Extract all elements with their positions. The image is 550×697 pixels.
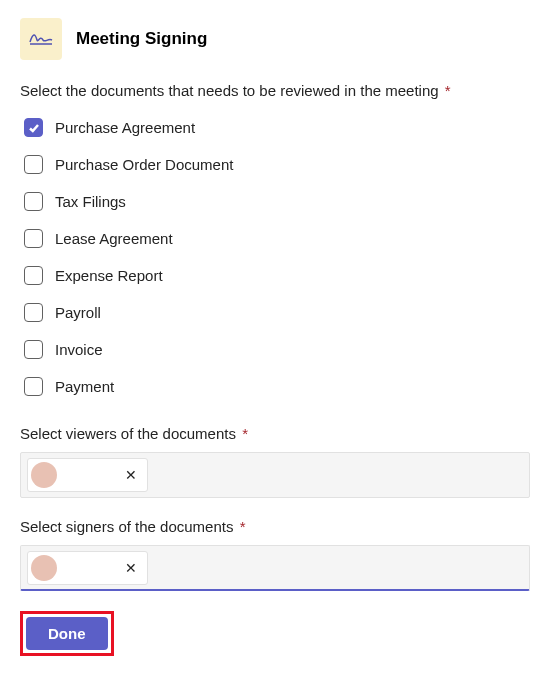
checkbox-label: Tax Filings [55,193,126,210]
checkbox-item[interactable]: Invoice [20,331,530,368]
checkbox-label: Payment [55,378,114,395]
checkbox-item[interactable]: Purchase Agreement [20,109,530,146]
signers-people-picker[interactable]: ✕ [20,545,530,591]
checkbox-item[interactable]: Payment [20,368,530,405]
checkbox-item[interactable]: Tax Filings [20,183,530,220]
checkbox-input[interactable] [24,377,43,396]
signers-label-text: Select signers of the documents [20,518,233,535]
checkbox-label: Payroll [55,304,101,321]
avatar [31,462,57,488]
checkbox-label: Purchase Agreement [55,119,195,136]
signers-field-label: Select signers of the documents * [20,518,530,535]
checkbox-item[interactable]: Payroll [20,294,530,331]
required-indicator: * [240,518,246,535]
checkbox-input[interactable] [24,118,43,137]
viewers-label-text: Select viewers of the documents [20,425,236,442]
checkbox-input[interactable] [24,266,43,285]
chip-remove-button[interactable]: ✕ [123,559,139,577]
checkbox-label: Expense Report [55,267,163,284]
checkbox-input[interactable] [24,340,43,359]
checkbox-item[interactable]: Lease Agreement [20,220,530,257]
checkbox-input[interactable] [24,303,43,322]
avatar [31,555,57,581]
checkbox-item[interactable]: Purchase Order Document [20,146,530,183]
checkbox-input[interactable] [24,155,43,174]
person-chip: ✕ [27,458,148,492]
required-indicator: * [242,425,248,442]
checkbox-label: Lease Agreement [55,230,173,247]
form-container: Meeting Signing Select the documents tha… [0,0,550,697]
viewers-people-picker[interactable]: ✕ [20,452,530,498]
done-highlight-box: Done [20,611,114,656]
documents-field-label: Select the documents that needs to be re… [20,82,530,99]
chip-remove-button[interactable]: ✕ [123,466,139,484]
required-indicator: * [445,82,451,99]
documents-label-text: Select the documents that needs to be re… [20,82,439,99]
app-icon [20,18,62,60]
checkbox-input[interactable] [24,229,43,248]
checkbox-input[interactable] [24,192,43,211]
app-title: Meeting Signing [76,29,207,49]
person-chip: ✕ [27,551,148,585]
signature-icon [29,32,53,46]
header: Meeting Signing [20,18,530,60]
checkmark-icon [28,122,40,134]
viewers-field-label: Select viewers of the documents * [20,425,530,442]
documents-checklist: Purchase Agreement Purchase Order Docume… [20,109,530,405]
done-button[interactable]: Done [26,617,108,650]
checkbox-label: Invoice [55,341,103,358]
checkbox-label: Purchase Order Document [55,156,233,173]
checkbox-item[interactable]: Expense Report [20,257,530,294]
